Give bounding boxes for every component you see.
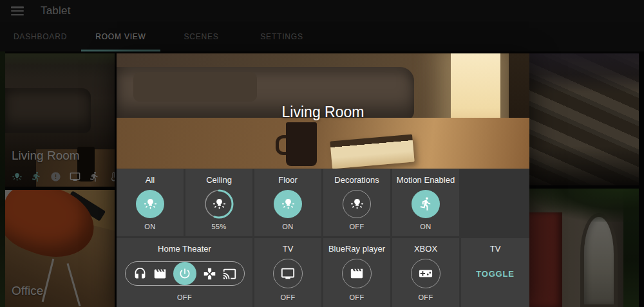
tile-all-lights[interactable]: All ON: [117, 169, 184, 236]
room-photo-header: Living Room: [117, 53, 529, 169]
tile-title: Ceiling: [206, 175, 232, 185]
run-icon[interactable]: [412, 190, 440, 218]
tile-title: Floor: [278, 175, 298, 185]
bulb-shine-icon[interactable]: [136, 190, 164, 218]
gamepad-icon[interactable]: [411, 259, 440, 288]
tile-title: BlueRay player: [328, 244, 385, 254]
device-tiles-row: Home Theater: [117, 238, 529, 307]
tile-title: XBOX: [414, 244, 437, 254]
toggle-button[interactable]: TOGGLE: [476, 269, 514, 279]
tile-title: TV: [283, 244, 294, 254]
tv-icon[interactable]: [273, 259, 303, 288]
tile-status: ON: [420, 223, 431, 230]
dimmer-ring[interactable]: [204, 189, 234, 219]
mug-photo-shape: [286, 122, 317, 166]
power-icon[interactable]: [173, 262, 196, 285]
tile-title: TV: [490, 244, 501, 254]
tile-title: Decorations: [334, 175, 379, 185]
cast-icon[interactable]: [223, 267, 236, 281]
tile-tv-toggle[interactable]: TV TOGGLE: [461, 238, 529, 307]
games-icon[interactable]: [203, 267, 216, 281]
tile-status: OFF: [280, 293, 295, 301]
movie-icon[interactable]: [342, 259, 372, 288]
light-tiles-row: All ON Ceiling 55%: [117, 169, 529, 236]
tile-status: OFF: [177, 293, 192, 301]
tile-tv[interactable]: TV OFF: [254, 238, 321, 307]
tile-title: Motion Enabled: [397, 175, 455, 185]
room-detail-modal: Living Room All ON Ceiling: [117, 53, 529, 307]
tile-ceiling-light[interactable]: Ceiling 55%: [185, 169, 252, 236]
tile-motion-enabled[interactable]: Motion Enabled ON: [392, 169, 459, 236]
tile-xbox[interactable]: XBOX OFF: [392, 238, 459, 307]
tile-status: ON: [282, 223, 293, 230]
tile-floor-light[interactable]: Floor ON: [254, 169, 321, 236]
tile-status: OFF: [349, 223, 364, 230]
tile-status: OFF: [418, 293, 433, 301]
tile-status: 55%: [211, 223, 226, 230]
bulb-shine-icon[interactable]: [274, 190, 302, 218]
bulb-shine-icon[interactable]: [343, 190, 371, 218]
tile-home-theater[interactable]: Home Theater: [117, 238, 252, 307]
app-root: Tablet DASHBOARD ROOM VIEW SCENES SETTIN…: [0, 0, 644, 307]
tile-blueray-player[interactable]: BlueRay player OFF: [323, 238, 390, 307]
bulb-shine-icon: [212, 196, 227, 211]
movie-icon[interactable]: [153, 267, 167, 281]
tile-status: ON: [144, 223, 155, 230]
cushion-photo-shape: [133, 72, 257, 102]
modal-body: All ON Ceiling 55%: [117, 169, 529, 307]
headphones-icon[interactable]: [133, 267, 147, 281]
home-theater-mode-group: [125, 261, 245, 286]
table-photo-shape: [117, 118, 529, 169]
modal-title: Living Room: [117, 104, 529, 121]
tile-decorations-light[interactable]: Decorations OFF: [323, 169, 390, 236]
tile-title: All: [146, 175, 155, 185]
tile-status: OFF: [349, 293, 364, 301]
tile-title: Home Theater: [158, 244, 211, 254]
